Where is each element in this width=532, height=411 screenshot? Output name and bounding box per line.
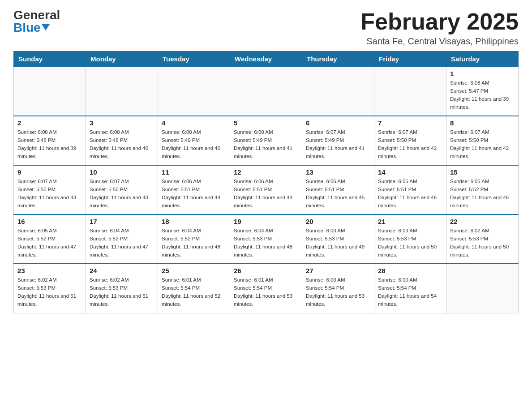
table-row: 19Sunrise: 6:04 AMSunset: 5:53 PMDayligh…: [230, 214, 302, 264]
sunset-text: Sunset: 5:51 PM: [306, 186, 370, 194]
day-info: Sunrise: 6:04 AMSunset: 5:52 PMDaylight:…: [162, 227, 226, 259]
calendar-week-row: 16Sunrise: 6:05 AMSunset: 5:52 PMDayligh…: [14, 214, 519, 264]
sunset-text: Sunset: 5:54 PM: [162, 284, 226, 292]
sunrise-text: Sunrise: 6:08 AM: [234, 128, 298, 137]
table-row: 7Sunrise: 6:07 AMSunset: 5:50 PMDaylight…: [374, 116, 446, 165]
table-row: [230, 67, 302, 116]
table-row: 26Sunrise: 6:01 AMSunset: 5:54 PMDayligh…: [230, 264, 302, 313]
day-info: Sunrise: 6:07 AMSunset: 5:49 PMDaylight:…: [306, 128, 370, 160]
day-info: Sunrise: 6:02 AMSunset: 5:53 PMDaylight:…: [17, 276, 82, 308]
table-row: 3Sunrise: 6:08 AMSunset: 5:48 PMDaylight…: [86, 116, 158, 165]
sunset-text: Sunset: 5:53 PM: [378, 235, 442, 243]
daylight-text: Daylight: 11 hours and 44 minutes.: [234, 194, 298, 210]
header-sunday: Sunday: [14, 51, 86, 67]
daylight-text: Daylight: 11 hours and 42 minutes.: [450, 145, 515, 161]
day-number: 17: [90, 218, 154, 225]
location-subtitle: Santa Fe, Central Visayas, Philippines: [360, 36, 519, 47]
day-info: Sunrise: 6:00 AMSunset: 5:54 PMDaylight:…: [306, 276, 370, 308]
sunrise-text: Sunrise: 6:08 AM: [162, 128, 226, 137]
sunrise-text: Sunrise: 6:07 AM: [306, 128, 370, 137]
table-row: 8Sunrise: 6:07 AMSunset: 5:50 PMDaylight…: [446, 116, 519, 165]
daylight-text: Daylight: 11 hours and 41 minutes.: [234, 145, 298, 161]
sunset-text: Sunset: 5:51 PM: [162, 186, 226, 194]
page-header: General Blue February 2025 Santa Fe, Cen…: [13, 9, 519, 47]
day-number: 4: [162, 119, 226, 127]
sunset-text: Sunset: 5:54 PM: [378, 284, 442, 292]
sunrise-text: Sunrise: 6:00 AM: [378, 276, 442, 284]
sunset-text: Sunset: 5:54 PM: [306, 284, 370, 292]
table-row: 11Sunrise: 6:06 AMSunset: 5:51 PMDayligh…: [158, 165, 230, 214]
day-number: 27: [306, 267, 370, 274]
table-row: 18Sunrise: 6:04 AMSunset: 5:52 PMDayligh…: [158, 214, 230, 264]
sunrise-text: Sunrise: 6:00 AM: [306, 276, 370, 284]
table-row: [302, 67, 374, 116]
sunset-text: Sunset: 5:53 PM: [234, 235, 298, 243]
day-info: Sunrise: 6:05 AMSunset: 5:52 PMDaylight:…: [450, 178, 515, 210]
day-number: 11: [162, 168, 226, 176]
header-thursday: Thursday: [302, 51, 374, 67]
header-tuesday: Tuesday: [158, 51, 230, 67]
day-info: Sunrise: 6:07 AMSunset: 5:50 PMDaylight:…: [378, 128, 442, 160]
sunset-text: Sunset: 5:50 PM: [450, 137, 515, 145]
table-row: 5Sunrise: 6:08 AMSunset: 5:49 PMDaylight…: [230, 116, 302, 165]
daylight-text: Daylight: 11 hours and 52 minutes.: [162, 292, 226, 308]
day-info: Sunrise: 6:03 AMSunset: 5:53 PMDaylight:…: [306, 227, 370, 259]
daylight-text: Daylight: 11 hours and 45 minutes.: [306, 194, 370, 210]
sunrise-text: Sunrise: 6:08 AM: [90, 128, 154, 137]
day-info: Sunrise: 6:00 AMSunset: 5:54 PMDaylight:…: [378, 276, 442, 308]
table-row: 1Sunrise: 6:08 AMSunset: 5:47 PMDaylight…: [446, 67, 519, 116]
day-info: Sunrise: 6:06 AMSunset: 5:51 PMDaylight:…: [234, 178, 298, 210]
day-number: 14: [378, 168, 442, 176]
sunset-text: Sunset: 5:50 PM: [90, 186, 154, 194]
table-row: [158, 67, 230, 116]
sunset-text: Sunset: 5:54 PM: [234, 284, 298, 292]
sunset-text: Sunset: 5:48 PM: [90, 137, 154, 145]
day-info: Sunrise: 6:08 AMSunset: 5:49 PMDaylight:…: [234, 128, 298, 160]
daylight-text: Daylight: 11 hours and 42 minutes.: [378, 145, 442, 161]
table-row: [14, 67, 86, 116]
table-row: 28Sunrise: 6:00 AMSunset: 5:54 PMDayligh…: [374, 264, 446, 313]
day-info: Sunrise: 6:05 AMSunset: 5:51 PMDaylight:…: [378, 178, 442, 210]
day-info: Sunrise: 6:07 AMSunset: 5:50 PMDaylight:…: [450, 128, 515, 160]
sunrise-text: Sunrise: 6:08 AM: [17, 128, 82, 137]
sunset-text: Sunset: 5:52 PM: [162, 235, 226, 243]
sunrise-text: Sunrise: 6:06 AM: [162, 178, 226, 186]
day-number: 7: [378, 119, 442, 127]
sunrise-text: Sunrise: 6:07 AM: [378, 128, 442, 137]
calendar-header-row: Sunday Monday Tuesday Wednesday Thursday…: [14, 51, 519, 67]
sunrise-text: Sunrise: 6:04 AM: [162, 227, 226, 235]
table-row: 14Sunrise: 6:05 AMSunset: 5:51 PMDayligh…: [374, 165, 446, 214]
table-row: 23Sunrise: 6:02 AMSunset: 5:53 PMDayligh…: [14, 264, 86, 313]
sunrise-text: Sunrise: 6:05 AM: [17, 227, 82, 235]
table-row: 22Sunrise: 6:02 AMSunset: 5:53 PMDayligh…: [446, 214, 519, 264]
day-number: 2: [17, 119, 82, 127]
logo-triangle-icon: [42, 24, 50, 30]
sunset-text: Sunset: 5:47 PM: [450, 87, 515, 95]
day-info: Sunrise: 6:06 AMSunset: 5:51 PMDaylight:…: [162, 178, 226, 210]
daylight-text: Daylight: 11 hours and 48 minutes.: [162, 243, 226, 259]
table-row: [374, 67, 446, 116]
day-info: Sunrise: 6:06 AMSunset: 5:51 PMDaylight:…: [306, 178, 370, 210]
table-row: 27Sunrise: 6:00 AMSunset: 5:54 PMDayligh…: [302, 264, 374, 313]
daylight-text: Daylight: 11 hours and 46 minutes.: [378, 194, 442, 210]
table-row: [446, 264, 519, 313]
sunset-text: Sunset: 5:53 PM: [17, 284, 82, 292]
day-number: 18: [162, 218, 226, 225]
table-row: 9Sunrise: 6:07 AMSunset: 5:50 PMDaylight…: [14, 165, 86, 214]
day-number: 20: [306, 218, 370, 225]
sunrise-text: Sunrise: 6:02 AM: [17, 276, 82, 284]
sunrise-text: Sunrise: 6:02 AM: [450, 227, 515, 235]
day-number: 15: [450, 168, 515, 176]
day-number: 21: [378, 218, 442, 225]
sunset-text: Sunset: 5:49 PM: [162, 137, 226, 145]
sunset-text: Sunset: 5:50 PM: [17, 186, 82, 194]
sunset-text: Sunset: 5:49 PM: [306, 137, 370, 145]
table-row: [86, 67, 158, 116]
day-number: 3: [90, 119, 154, 127]
sunrise-text: Sunrise: 6:08 AM: [450, 79, 515, 87]
day-number: 1: [450, 70, 515, 77]
sunrise-text: Sunrise: 6:01 AM: [162, 276, 226, 284]
title-block: February 2025 Santa Fe, Central Visayas,…: [360, 9, 519, 47]
header-monday: Monday: [86, 51, 158, 67]
daylight-text: Daylight: 11 hours and 39 minutes.: [17, 145, 82, 161]
